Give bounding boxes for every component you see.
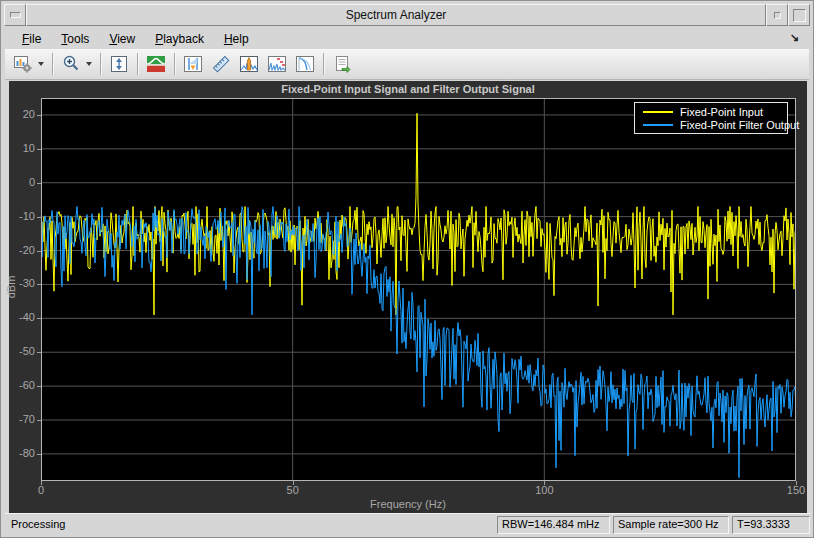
spectrum-analyzer-window: Spectrum Analyzer File Tools View Playba… [0, 0, 814, 538]
cursor-measurements-button[interactable] [179, 50, 207, 78]
legend-item-input[interactable]: Fixed-Point Input [635, 105, 787, 118]
ccdf-measurements-button[interactable] [291, 50, 319, 78]
generate-script-button[interactable] [328, 50, 356, 78]
x-tick-label: 50 [273, 484, 313, 496]
x-tick-mark [544, 481, 545, 485]
y-tick-mark [37, 454, 41, 455]
menu-help[interactable]: Help [215, 30, 258, 48]
menu-tools[interactable]: Tools [52, 30, 98, 48]
y-tick-label: -20 [9, 244, 35, 256]
menu-file[interactable]: File [13, 30, 50, 48]
signal-statistics-button[interactable] [207, 50, 235, 78]
spectrum-plot-canvas[interactable] [41, 98, 796, 481]
signal-statistics-icon [211, 54, 231, 74]
y-tick-label: -10 [9, 210, 35, 222]
zoom-dropdown[interactable] [86, 62, 92, 66]
toolbar-separator [323, 53, 324, 75]
peak-finder-icon [239, 54, 259, 74]
y-tick-mark [37, 217, 41, 218]
scope-display: Fixed-Point Input Signal and Filter Outp… [9, 81, 807, 513]
legend: Fixed-Point Input Fixed-Point Filter Out… [634, 102, 788, 134]
sample-rate-readout: Sample rate=300 Hz [613, 516, 729, 534]
plot-title: Fixed-Point Input Signal and Filter Outp… [9, 83, 807, 95]
x-tick-label: 0 [21, 484, 61, 496]
x-tick-mark [796, 481, 797, 485]
legend-swatch-input [643, 111, 673, 113]
x-tick-mark [41, 481, 42, 485]
cursor-measurements-icon [183, 54, 203, 74]
minimize-button[interactable] [766, 4, 788, 26]
y-axis-label: dBm [5, 276, 17, 299]
toolbar-separator [137, 53, 138, 75]
x-tick-label: 150 [776, 484, 814, 496]
ccdf-measurements-icon [295, 54, 315, 74]
maximize-icon [793, 9, 806, 22]
y-tick-label: -50 [9, 345, 35, 357]
toolbar-separator [52, 53, 53, 75]
y-tick-mark [37, 149, 41, 150]
generate-script-icon [332, 54, 352, 74]
peak-finder-button[interactable] [235, 50, 263, 78]
window-title-text: Spectrum Analyzer [346, 8, 447, 22]
spectrum-settings-dropdown[interactable] [38, 62, 44, 66]
y-tick-label: -80 [9, 447, 35, 459]
window-menu-button[interactable] [4, 4, 26, 26]
rbw-readout: RBW=146.484 mHz [497, 516, 610, 534]
legend-item-filter-output[interactable]: Fixed-Point Filter Output [635, 118, 787, 131]
menu-view[interactable]: View [100, 30, 144, 48]
zoom-in-button[interactable] [57, 50, 85, 78]
status-bar: Processing RBW=146.484 mHz Sample rate=3… [5, 513, 811, 535]
spectral-mask-button[interactable] [142, 50, 170, 78]
x-tick-mark [293, 481, 294, 485]
y-tick-label: 0 [9, 176, 35, 188]
distortion-measurements-button[interactable] [263, 50, 291, 78]
spectral-mask-icon [146, 54, 166, 74]
y-tick-label: -70 [9, 413, 35, 425]
y-tick-mark [37, 183, 41, 184]
spectrum-settings-icon [13, 54, 33, 74]
y-tick-mark [37, 420, 41, 421]
dock-button[interactable]: ↘ [790, 31, 799, 44]
maximize-button[interactable] [788, 4, 810, 26]
status-text: Processing [11, 518, 65, 530]
y-tick-mark [37, 115, 41, 116]
zoom-in-icon [61, 54, 81, 74]
y-tick-label: -40 [9, 311, 35, 323]
y-tick-label: 20 [9, 108, 35, 120]
x-axis-label: Frequency (Hz) [9, 498, 807, 510]
toolbar [5, 49, 809, 80]
y-tick-mark [37, 284, 41, 285]
toolbar-separator [100, 53, 101, 75]
menu-playback[interactable]: Playback [146, 30, 213, 48]
window-menu-icon [10, 12, 21, 18]
spectrum-settings-button[interactable] [9, 50, 37, 78]
x-tick-label: 100 [524, 484, 564, 496]
legend-swatch-filter-output [643, 124, 673, 126]
distortion-measurements-icon [267, 54, 287, 74]
window-title[interactable]: Spectrum Analyzer [26, 4, 766, 26]
fit-to-view-button[interactable] [105, 50, 133, 78]
y-tick-label: -60 [9, 379, 35, 391]
toolbar-separator [174, 53, 175, 75]
time-readout: T=93.3333 [732, 516, 810, 534]
y-tick-label: 10 [9, 142, 35, 154]
title-bar: Spectrum Analyzer [4, 4, 810, 26]
y-tick-mark [37, 386, 41, 387]
menu-bar: File Tools View Playback Help ↘ [5, 29, 809, 49]
minimize-icon [774, 12, 781, 19]
fit-to-view-icon [109, 54, 129, 74]
y-tick-mark [37, 251, 41, 252]
y-tick-mark [37, 352, 41, 353]
y-tick-mark [37, 318, 41, 319]
